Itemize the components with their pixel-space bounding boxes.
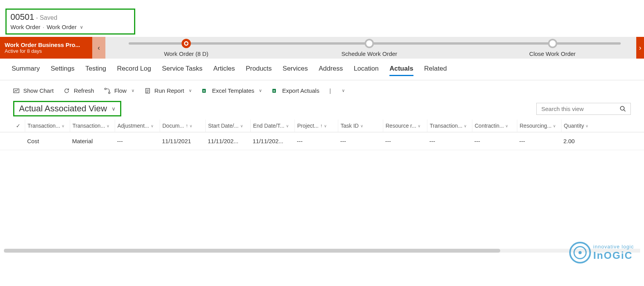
- svg-text:X: X: [273, 89, 276, 93]
- run-report-label: Run Report: [155, 87, 184, 94]
- column-label: Transaction...: [28, 123, 60, 129]
- saved-status: - Saved: [36, 14, 57, 21]
- cell: Cost: [25, 132, 70, 150]
- tab-record-log[interactable]: Record Log: [117, 65, 151, 76]
- bpf-prev-button[interactable]: ‹: [92, 37, 105, 59]
- tab-related[interactable]: Related: [424, 65, 447, 76]
- show-chart-button[interactable]: Show Chart: [13, 87, 53, 94]
- refresh-label: Refresh: [74, 87, 94, 94]
- chevron-down-icon: ∨: [324, 124, 327, 128]
- column-label: Docum...: [162, 123, 184, 129]
- results-grid: ✓Transaction... ∨Transaction... ∨Adjustm…: [0, 120, 644, 150]
- record-number: 00501: [10, 12, 34, 22]
- column-label: Project...: [297, 123, 319, 129]
- cell: 2.00: [561, 132, 597, 150]
- search-input[interactable]: [541, 106, 620, 112]
- logo-brand: InOGiC: [593, 250, 634, 262]
- cell: ---: [294, 132, 338, 150]
- column-header[interactable]: Transaction... ∨: [70, 120, 115, 132]
- select-all-checkbox[interactable]: ✓: [12, 120, 25, 132]
- column-header[interactable]: Docum... ↑ ∨: [160, 120, 205, 132]
- column-header[interactable]: Task ID ∨: [338, 120, 383, 132]
- column-header[interactable]: Resourcing... ∨: [517, 120, 561, 132]
- logo-icon: [569, 242, 591, 263]
- sort-indicator: ↑: [320, 123, 322, 128]
- tab-summary[interactable]: Summary: [12, 65, 40, 76]
- record-header: 00501 - Saved Work Order · Work Order ∨: [5, 9, 135, 35]
- view-selector[interactable]: Actual Associated View ∨: [13, 101, 121, 116]
- scrollbar-thumb[interactable]: [4, 249, 500, 253]
- column-label: Start Date/...: [208, 123, 239, 129]
- column-label: Contractin...: [475, 123, 504, 129]
- bpf-header[interactable]: Work Order Business Pro... Active for 8 …: [0, 37, 92, 59]
- bpf-stage[interactable]: Close Work Order: [529, 39, 576, 57]
- bpf-stage[interactable]: Schedule Work Order: [341, 39, 397, 57]
- chevron-down-icon: ∨: [189, 88, 192, 93]
- bpf-name: Work Order Business Pro...: [5, 42, 88, 48]
- svg-text:X: X: [203, 89, 205, 93]
- column-header[interactable]: Quantity ∨: [561, 120, 597, 132]
- refresh-icon: [64, 88, 70, 94]
- bpf-stage-label: Close Work Order: [529, 50, 576, 57]
- excel-icon: X: [202, 88, 208, 94]
- flow-icon: [104, 88, 110, 94]
- column-label: Resource r...: [386, 123, 416, 129]
- cell: ---: [517, 132, 561, 150]
- bpf-stage[interactable]: Work Order (8 D): [164, 39, 208, 57]
- chevron-down-icon[interactable]: ∨: [80, 24, 83, 30]
- chevron-down-icon: ∨: [151, 124, 153, 128]
- tab-settings[interactable]: Settings: [51, 65, 74, 76]
- bpf-stage-label: Work Order (8 D): [164, 50, 208, 57]
- refresh-button[interactable]: Refresh: [64, 87, 94, 94]
- tab-services[interactable]: Services: [282, 65, 308, 76]
- grid-header-row: ✓Transaction... ∨Transaction... ∨Adjustm…: [0, 120, 644, 132]
- row-selector[interactable]: [12, 132, 25, 150]
- column-label: Task ID: [341, 123, 359, 129]
- chevron-down-icon: ∨: [418, 124, 420, 128]
- column-header[interactable]: Transaction... ∨: [25, 120, 70, 132]
- column-header[interactable]: Transaction... ∨: [427, 120, 472, 132]
- toolbar-separator: |: [329, 88, 331, 94]
- chevron-down-icon: ∨: [286, 124, 289, 128]
- excel-icon: X: [272, 88, 278, 94]
- column-label: Quantity: [564, 123, 584, 129]
- search-view[interactable]: [536, 103, 631, 115]
- tab-service-tasks[interactable]: Service Tasks: [162, 65, 203, 76]
- horizontal-scrollbar[interactable]: [4, 249, 640, 253]
- tab-testing[interactable]: Testing: [85, 65, 106, 76]
- column-header[interactable]: Start Date/... ∨: [205, 120, 250, 132]
- cell: 11/11/2021: [160, 132, 205, 150]
- chevron-down-icon: ∨: [464, 124, 467, 128]
- svg-rect-0: [14, 89, 19, 93]
- column-label: Resourcing...: [520, 123, 551, 129]
- flow-button[interactable]: Flow ∨: [104, 87, 134, 94]
- excel-templates-button[interactable]: X Excel Templates ∨: [202, 87, 262, 94]
- column-header[interactable]: Project... ↑ ∨: [294, 120, 338, 132]
- bpf-next-button[interactable]: ›: [636, 37, 644, 59]
- tab-location[interactable]: Location: [354, 65, 379, 76]
- overflow-button[interactable]: ∨: [341, 88, 345, 93]
- column-header[interactable]: End Date/T... ∨: [250, 120, 294, 132]
- tab-articles[interactable]: Articles: [214, 65, 235, 76]
- bpf-stage-circle: [365, 39, 374, 48]
- tab-address[interactable]: Address: [319, 65, 343, 76]
- column-label: Transaction...: [72, 123, 105, 129]
- svg-point-8: [620, 106, 624, 110]
- excel-templates-label: Excel Templates: [212, 87, 254, 94]
- column-header[interactable]: Contractin... ∨: [472, 120, 517, 132]
- run-report-button[interactable]: Run Report ∨: [145, 87, 192, 94]
- tab-products[interactable]: Products: [246, 65, 272, 76]
- bpf-stage-circle: [181, 39, 191, 48]
- form-selector[interactable]: Work Order: [46, 24, 76, 30]
- column-header[interactable]: Adjustment... ∨: [115, 120, 160, 132]
- form-tabs: SummarySettingsTestingRecord LogService …: [0, 59, 644, 80]
- cell: ---: [427, 132, 472, 150]
- table-row[interactable]: CostMaterial---11/11/202111/11/202...11/…: [0, 132, 644, 150]
- tab-actuals[interactable]: Actuals: [389, 65, 413, 76]
- export-actuals-button[interactable]: X Export Actuals: [272, 87, 319, 94]
- column-header[interactable]: Resource r... ∨: [383, 120, 427, 132]
- export-actuals-label: Export Actuals: [282, 87, 319, 94]
- report-icon: [145, 88, 151, 94]
- flow-label: Flow: [114, 87, 127, 94]
- column-label: Adjustment...: [117, 123, 149, 129]
